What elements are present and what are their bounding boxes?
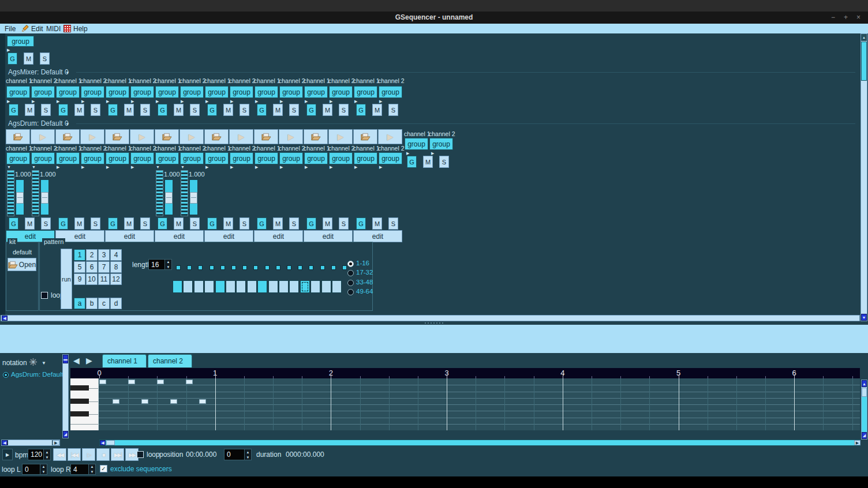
mixer-group-button[interactable]: group (329, 86, 353, 98)
pattern-step-8[interactable] (247, 280, 257, 293)
chevron-down-icon[interactable]: ▼ (65, 122, 70, 127)
pattern-bank-1-button[interactable]: 1 (74, 249, 85, 261)
mixer-m-button[interactable]: M (25, 104, 35, 116)
drum-right-g-button[interactable]: G (407, 156, 417, 168)
drum-m-button[interactable]: M (323, 217, 332, 230)
drum-m-button[interactable]: M (124, 217, 134, 230)
length-spinner[interactable]: 16 ▲▼ (148, 259, 172, 270)
drum-s-button[interactable]: S (240, 217, 249, 230)
mixer-g-button[interactable]: G (108, 104, 118, 116)
menu-item-file[interactable]: File (5, 24, 16, 33)
mixer-s-button[interactable]: S (190, 104, 200, 116)
drum-channel-expander-icon[interactable]: ▶ (81, 165, 84, 169)
drum-s-button[interactable]: S (388, 217, 398, 230)
pattern-step-2[interactable] (183, 280, 193, 293)
drum-play-button[interactable]: ▶ (328, 129, 353, 144)
panel-g-button[interactable]: G (8, 52, 17, 65)
mixer-group-button[interactable]: group (230, 86, 253, 98)
mixer-channel-expander-icon[interactable]: ▶ (81, 99, 84, 103)
vscroll-thumb[interactable] (862, 388, 867, 397)
drum-channel-expander-icon[interactable]: ▶ (57, 165, 59, 169)
drum-s-button[interactable]: S (41, 217, 51, 230)
mixer-group-button[interactable]: group (379, 86, 402, 98)
drum-edit-tab[interactable]: edit (155, 230, 204, 242)
drum-play-button[interactable]: ▶ (130, 129, 154, 144)
drum-channel-expander-icon[interactable]: ▶ (305, 165, 308, 169)
pattern-step-12[interactable] (289, 280, 299, 293)
drum-channel-expander-icon[interactable]: ▶ (330, 165, 332, 169)
drum-play-button[interactable]: ▶ (31, 129, 55, 144)
pattern-bank-2-button[interactable]: 2 (86, 249, 98, 261)
slider-handle[interactable] (16, 192, 24, 204)
drum-open-button[interactable] (353, 129, 377, 144)
mixer-channel-expander-icon[interactable]: ▶ (305, 99, 308, 103)
drum-edit-tab[interactable]: edit (353, 230, 402, 242)
pattern-bank-6-button[interactable]: 6 (86, 261, 98, 273)
drum-g-button[interactable]: G (158, 217, 167, 230)
drum-group-button[interactable]: group (279, 152, 303, 164)
drum-group-button[interactable]: group (230, 152, 253, 164)
left-vscroll-thumb[interactable]: ▬ (63, 355, 68, 363)
drum-channel-expander-icon[interactable]: ▼ (156, 165, 160, 169)
note[interactable] (99, 380, 106, 384)
mixer-group-button[interactable]: group (180, 86, 204, 98)
note[interactable] (186, 380, 193, 384)
drum-play-button[interactable]: ▶ (179, 129, 204, 144)
scroll-left-icon[interactable]: ◀ (2, 440, 8, 445)
drum-edit-tab[interactable]: edit (254, 230, 303, 242)
drum-play-button[interactable]: ▶ (279, 129, 303, 144)
drum-m-button[interactable]: M (25, 217, 35, 230)
pattern-step-6[interactable] (226, 280, 235, 293)
scroll-left-icon[interactable]: ◀ (100, 440, 106, 445)
pattern-step-14[interactable] (310, 280, 320, 293)
piano-black-key[interactable] (70, 411, 89, 416)
drum-m-button[interactable]: M (372, 217, 382, 230)
drum-g-button[interactable]: G (356, 217, 366, 230)
mixer-channel-expander-icon[interactable]: ▶ (255, 99, 258, 103)
drum-open-button[interactable] (155, 129, 179, 144)
drum-open-button[interactable] (105, 129, 129, 144)
drum-group-button[interactable]: group (81, 152, 104, 164)
transport-stop-button[interactable]: ■ (96, 448, 110, 461)
mixer-m-button[interactable]: M (323, 104, 332, 116)
mixer-g-button[interactable]: G (306, 104, 316, 116)
pattern-bank-10-button[interactable]: 10 (86, 273, 98, 285)
mixer-m-button[interactable]: M (273, 104, 283, 116)
panel-expander-icon[interactable]: ▶ (7, 48, 10, 52)
drum-group-button[interactable]: group (56, 152, 80, 164)
panel-m-button[interactable]: M (24, 52, 33, 65)
pattern-bank-11-button[interactable]: 11 (98, 273, 110, 285)
mixer-group-button[interactable]: group (155, 86, 179, 98)
drum-channel-expander-icon[interactable]: ▼ (7, 165, 11, 169)
pattern-bank-12-button[interactable]: 12 (110, 273, 122, 285)
note[interactable] (157, 380, 164, 384)
drum-title[interactable]: AgsDrum: Default 0 (8, 119, 69, 127)
mixer-s-button[interactable]: S (91, 104, 100, 116)
mixer-group-button[interactable]: group (255, 86, 278, 98)
drum-group-button[interactable]: group (180, 152, 204, 164)
drum-g-button[interactable]: G (9, 217, 18, 230)
hscroll-thumb[interactable] (106, 440, 115, 445)
channel-volume-slider[interactable] (40, 179, 49, 215)
machines-hscrollbar[interactable]: ◀ (1, 315, 860, 321)
mixer-g-button[interactable]: G (257, 104, 267, 116)
mixer-channel-expander-icon[interactable]: ▶ (106, 99, 109, 103)
drum-group-button[interactable]: group (6, 152, 30, 164)
menu-item-midi[interactable]: MIDI (46, 24, 61, 33)
tab-forward-icon[interactable]: ▶ (86, 356, 92, 365)
drum-group-button[interactable]: group (329, 152, 353, 164)
mixer-group-button[interactable]: group (106, 86, 129, 98)
drum-group-button[interactable]: group (379, 152, 402, 164)
tab-channel-2[interactable]: channel 2 (148, 354, 192, 367)
mixer-channel-expander-icon[interactable]: ▶ (131, 99, 134, 103)
scroll-up-icon[interactable]: ▲ (861, 34, 867, 41)
offset-radio-49-64[interactable] (347, 289, 354, 295)
mixer-s-button[interactable]: S (388, 104, 398, 116)
drum-s-button[interactable]: S (190, 217, 200, 230)
mixer-m-button[interactable]: M (124, 104, 134, 116)
transport-previous-button[interactable]: |◀◀ (68, 448, 81, 461)
drum-channel-expander-icon[interactable]: ▶ (106, 165, 109, 169)
pattern-step-4[interactable] (204, 280, 214, 293)
drum-group-button[interactable]: group (31, 152, 55, 164)
mixer-g-button[interactable]: G (356, 104, 366, 116)
